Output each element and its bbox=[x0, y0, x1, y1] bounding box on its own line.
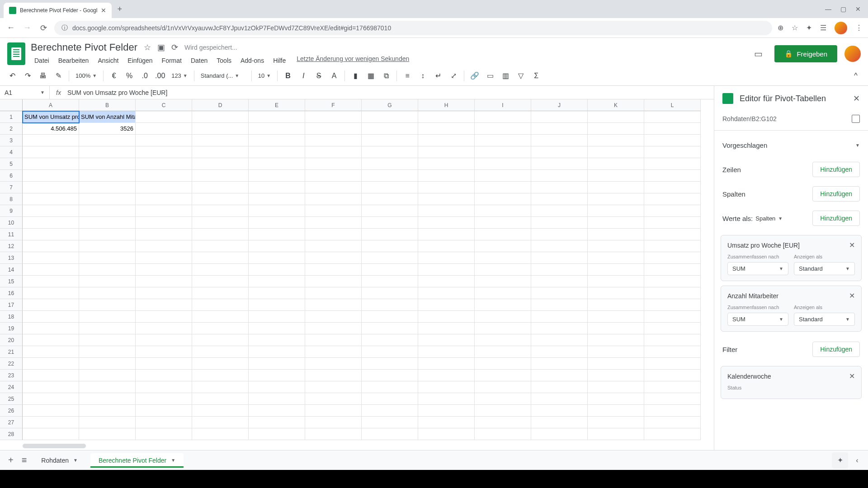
cell[interactable] bbox=[475, 405, 531, 417]
cell[interactable] bbox=[136, 264, 192, 276]
profile-avatar-icon[interactable] bbox=[835, 22, 847, 34]
add-filter-button[interactable]: Hinzufügen bbox=[812, 342, 860, 357]
cell[interactable] bbox=[644, 370, 701, 381]
cell[interactable] bbox=[192, 381, 249, 393]
cell[interactable] bbox=[531, 252, 588, 264]
cell[interactable] bbox=[249, 135, 305, 146]
row-header[interactable]: 15 bbox=[0, 276, 23, 287]
all-sheets-button[interactable]: ≡ bbox=[20, 453, 29, 467]
cell[interactable] bbox=[588, 193, 644, 205]
print-icon[interactable]: 🖶 bbox=[36, 69, 50, 83]
cell[interactable] bbox=[588, 240, 644, 252]
cell[interactable] bbox=[418, 158, 475, 170]
cell[interactable] bbox=[136, 170, 192, 182]
cell[interactable] bbox=[644, 299, 701, 311]
cell[interactable] bbox=[305, 111, 362, 123]
menu-file[interactable]: Datei bbox=[31, 55, 53, 66]
row-header[interactable]: 22 bbox=[0, 358, 23, 370]
cell[interactable] bbox=[136, 299, 192, 311]
cell[interactable] bbox=[531, 370, 588, 381]
decrease-decimal-icon[interactable]: .0 bbox=[138, 69, 151, 83]
cell[interactable] bbox=[588, 217, 644, 229]
row-header[interactable]: 2 bbox=[0, 123, 23, 135]
cell[interactable] bbox=[136, 311, 192, 323]
cell[interactable] bbox=[305, 393, 362, 405]
fill-color-icon[interactable]: ▮ bbox=[349, 69, 362, 83]
borders-icon[interactable]: ▦ bbox=[364, 69, 377, 83]
cell[interactable] bbox=[588, 123, 644, 135]
cell[interactable] bbox=[644, 123, 701, 135]
comment-cell-icon[interactable]: ▭ bbox=[483, 69, 497, 83]
cell[interactable] bbox=[588, 358, 644, 370]
row-header[interactable]: 21 bbox=[0, 346, 23, 358]
cell[interactable] bbox=[418, 205, 475, 217]
cell[interactable] bbox=[588, 405, 644, 417]
cell[interactable] bbox=[418, 323, 475, 334]
row-header[interactable]: 17 bbox=[0, 299, 23, 311]
cell[interactable] bbox=[23, 182, 79, 193]
text-wrap-icon[interactable]: ↵ bbox=[431, 69, 445, 83]
cell[interactable] bbox=[192, 299, 249, 311]
cell[interactable] bbox=[23, 323, 79, 334]
cell[interactable] bbox=[644, 170, 701, 182]
cell[interactable] bbox=[136, 370, 192, 381]
cell[interactable] bbox=[136, 276, 192, 287]
cell[interactable] bbox=[644, 111, 701, 123]
url-input[interactable]: ⓘ docs.google.com/spreadsheets/d/1nVxVrV… bbox=[54, 21, 772, 35]
cell[interactable] bbox=[79, 381, 136, 393]
cell[interactable] bbox=[192, 393, 249, 405]
column-header[interactable]: L bbox=[644, 99, 701, 111]
cell[interactable] bbox=[136, 323, 192, 334]
row-header[interactable]: 26 bbox=[0, 405, 23, 417]
cell[interactable] bbox=[588, 264, 644, 276]
cell[interactable] bbox=[418, 193, 475, 205]
explore-button[interactable]: ✦ bbox=[832, 452, 848, 469]
cell[interactable] bbox=[79, 405, 136, 417]
merge-cells-icon[interactable]: ⧉ bbox=[379, 69, 393, 83]
cell[interactable] bbox=[362, 346, 418, 358]
cell[interactable] bbox=[79, 240, 136, 252]
cell[interactable] bbox=[362, 405, 418, 417]
cell[interactable] bbox=[192, 217, 249, 229]
redo-icon[interactable]: ↷ bbox=[21, 69, 34, 83]
cell[interactable] bbox=[192, 135, 249, 146]
cell[interactable] bbox=[588, 370, 644, 381]
cell[interactable] bbox=[418, 381, 475, 393]
menu-edit[interactable]: Bearbeiten bbox=[55, 55, 93, 66]
remove-value-icon[interactable]: ✕ bbox=[849, 241, 855, 249]
cell[interactable] bbox=[531, 217, 588, 229]
cell[interactable] bbox=[23, 170, 79, 182]
cell[interactable] bbox=[23, 393, 79, 405]
cell[interactable] bbox=[249, 287, 305, 299]
cell[interactable] bbox=[249, 311, 305, 323]
cell[interactable] bbox=[475, 252, 531, 264]
cell[interactable] bbox=[136, 417, 192, 428]
cell[interactable] bbox=[362, 311, 418, 323]
cell[interactable] bbox=[362, 170, 418, 182]
select-range-icon[interactable] bbox=[852, 115, 860, 123]
cell[interactable] bbox=[305, 381, 362, 393]
cell[interactable] bbox=[23, 405, 79, 417]
cell[interactable] bbox=[531, 111, 588, 123]
cell[interactable] bbox=[192, 417, 249, 428]
formula-bar[interactable]: SUM von Umsatz pro Woche [EUR] bbox=[67, 89, 167, 96]
undo-icon[interactable]: ↶ bbox=[5, 69, 19, 83]
cell[interactable] bbox=[249, 158, 305, 170]
cell[interactable] bbox=[136, 182, 192, 193]
cell[interactable] bbox=[362, 111, 418, 123]
select-all-corner[interactable] bbox=[0, 99, 23, 111]
cell[interactable] bbox=[588, 205, 644, 217]
cell[interactable]: 3526 bbox=[79, 123, 136, 135]
cell[interactable] bbox=[136, 193, 192, 205]
cell[interactable] bbox=[192, 311, 249, 323]
cell[interactable] bbox=[362, 135, 418, 146]
cell[interactable] bbox=[644, 252, 701, 264]
cell[interactable] bbox=[475, 170, 531, 182]
cell[interactable] bbox=[23, 370, 79, 381]
column-header[interactable]: D bbox=[192, 99, 249, 111]
cell[interactable] bbox=[305, 252, 362, 264]
cell[interactable] bbox=[644, 193, 701, 205]
side-panel-toggle-icon[interactable]: ‹ bbox=[853, 456, 862, 465]
filter-icon[interactable]: ▽ bbox=[514, 69, 528, 83]
row-header[interactable]: 8 bbox=[0, 193, 23, 205]
